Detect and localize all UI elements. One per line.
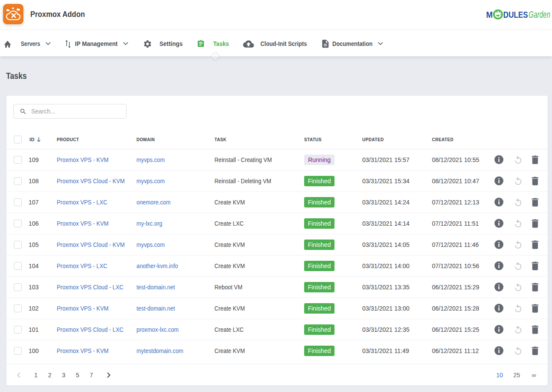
svg-text:DULES: DULES (503, 10, 528, 19)
svg-text:Garden: Garden (529, 9, 550, 20)
svg-text:M: M (486, 10, 493, 19)
